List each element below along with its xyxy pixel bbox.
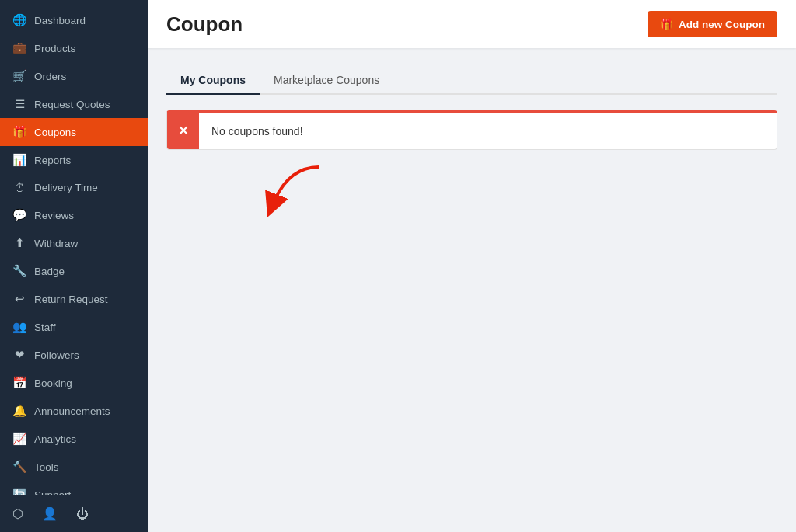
- sidebar-item-dashboard[interactable]: 🌐Dashboard: [0, 6, 148, 34]
- sidebar-item-reports[interactable]: 📊Reports: [0, 146, 148, 174]
- sidebar-item-label-badge: Badge: [34, 266, 65, 277]
- sidebar-item-delivery-time[interactable]: ⏱Delivery Time: [0, 174, 148, 201]
- content-wrapper: My CouponsMarketplace Coupons ✕ No coupo…: [148, 48, 796, 532]
- sidebar-item-label-orders: Orders: [34, 71, 66, 82]
- orders-icon: 🛒: [12, 69, 26, 83]
- sidebar-nav: 🌐Dashboard💼Products🛒Orders☰Request Quote…: [0, 0, 148, 495]
- sidebar-item-support[interactable]: 🔄Support: [0, 481, 148, 495]
- add-new-coupon-button[interactable]: 🎁 Add new Coupon: [648, 11, 777, 37]
- sidebar-item-label-return-request: Return Request: [34, 294, 108, 305]
- sidebar-item-products[interactable]: 💼Products: [0, 34, 148, 62]
- main-content: Coupon 🎁 Add new Coupon My CouponsMarket…: [148, 0, 796, 532]
- sidebar-item-request-quotes[interactable]: ☰Request Quotes: [0, 90, 148, 118]
- sidebar-item-label-support: Support: [34, 489, 71, 495]
- delivery-time-icon: ⏱: [12, 181, 26, 194]
- sidebar-footer: ⬡ 👤 ⏻: [0, 495, 148, 532]
- support-icon: 🔄: [12, 488, 26, 495]
- sidebar-item-coupons[interactable]: 🎁Coupons: [0, 118, 148, 146]
- sidebar-item-booking[interactable]: 📅Booking: [0, 369, 148, 397]
- tabs: My CouponsMarketplace Coupons: [166, 67, 777, 95]
- sidebar-item-label-products: Products: [34, 43, 75, 54]
- staff-icon: 👥: [12, 320, 26, 334]
- page-title: Coupon: [166, 12, 243, 37]
- sidebar-item-return-request[interactable]: ↩Return Request: [0, 285, 148, 313]
- sidebar-item-tools[interactable]: 🔨Tools: [0, 453, 148, 481]
- sidebar-item-label-coupons: Coupons: [34, 127, 76, 138]
- return-request-icon: ↩: [12, 292, 26, 306]
- sidebar-item-badge[interactable]: 🔧Badge: [0, 257, 148, 285]
- tools-icon: 🔨: [12, 460, 26, 474]
- topbar: Coupon 🎁 Add new Coupon: [148, 0, 796, 48]
- sidebar-item-label-reports: Reports: [34, 155, 71, 166]
- announcements-icon: 🔔: [12, 404, 26, 418]
- no-coupons-message: No coupons found!: [199, 114, 316, 148]
- withdraw-icon: ⬆: [12, 236, 26, 250]
- tab-marketplace-coupons[interactable]: Marketplace Coupons: [260, 67, 393, 95]
- sidebar-item-label-reviews: Reviews: [34, 210, 74, 221]
- booking-icon: 📅: [12, 376, 26, 390]
- sidebar-item-withdraw[interactable]: ⬆Withdraw: [0, 229, 148, 257]
- products-icon: 💼: [12, 41, 26, 55]
- sidebar-item-announcements[interactable]: 🔔Announcements: [0, 397, 148, 425]
- no-coupons-alert: ✕ No coupons found!: [166, 110, 777, 150]
- sidebar-item-label-request-quotes: Request Quotes: [34, 99, 110, 110]
- sidebar-item-label-staff: Staff: [34, 322, 56, 333]
- times-icon: ✕: [178, 123, 188, 138]
- badge-icon: 🔧: [12, 264, 26, 278]
- reviews-icon: 💬: [12, 208, 26, 222]
- alert-icon-box: ✕: [167, 113, 199, 149]
- sidebar: 🌐Dashboard💼Products🛒Orders☰Request Quote…: [0, 0, 148, 532]
- sidebar-item-label-dashboard: Dashboard: [34, 15, 86, 26]
- power-icon[interactable]: ⏻: [76, 507, 89, 521]
- sidebar-item-orders[interactable]: 🛒Orders: [0, 62, 148, 90]
- gift-icon: 🎁: [660, 18, 673, 30]
- sidebar-item-label-withdraw: Withdraw: [34, 238, 78, 249]
- sidebar-item-label-tools: Tools: [34, 461, 59, 473]
- coupons-icon: 🎁: [12, 125, 26, 139]
- sidebar-item-label-followers: Followers: [34, 349, 79, 361]
- reports-icon: 📊: [12, 153, 26, 167]
- tab-my-coupons[interactable]: My Coupons: [166, 67, 260, 95]
- sidebar-item-label-analytics: Analytics: [34, 433, 76, 445]
- sidebar-item-label-delivery-time: Delivery Time: [34, 182, 98, 193]
- analytics-icon: 📈: [12, 432, 26, 446]
- sidebar-item-followers[interactable]: ❤Followers: [0, 341, 148, 369]
- sidebar-item-label-booking: Booking: [34, 377, 72, 389]
- followers-icon: ❤: [12, 348, 26, 362]
- content-area: My CouponsMarketplace Coupons ✕ No coupo…: [148, 48, 796, 532]
- sidebar-item-analytics[interactable]: 📈Analytics: [0, 425, 148, 453]
- sidebar-item-reviews[interactable]: 💬Reviews: [0, 201, 148, 229]
- sidebar-item-label-announcements: Announcements: [34, 405, 110, 417]
- sidebar-item-staff[interactable]: 👥Staff: [0, 313, 148, 341]
- dashboard-icon: 🌐: [12, 13, 26, 27]
- external-link-icon[interactable]: ⬡: [12, 506, 23, 521]
- user-icon[interactable]: 👤: [42, 506, 58, 521]
- request-quotes-icon: ☰: [12, 97, 26, 111]
